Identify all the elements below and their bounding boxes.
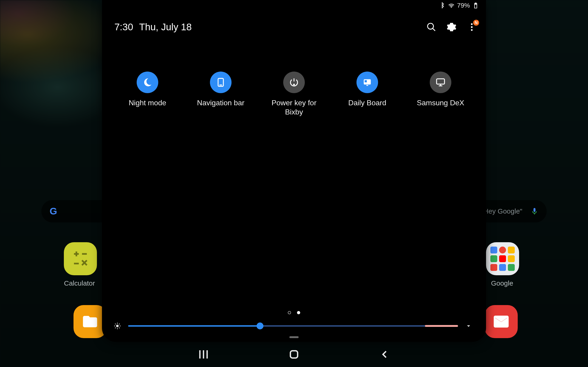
page-dot-0[interactable] — [288, 311, 291, 314]
tile-daily-board[interactable]: Daily Board — [338, 72, 397, 117]
more-button[interactable]: N — [467, 22, 477, 32]
svg-line-24 — [119, 327, 120, 328]
home-button[interactable] — [288, 348, 300, 361]
wifi-icon — [448, 2, 455, 9]
bluetooth-icon — [439, 2, 446, 9]
tile-power-key-bixby[interactable]: Power key for Bixby — [265, 72, 323, 117]
svg-rect-15 — [437, 79, 445, 84]
clock-time: 7:30 — [114, 22, 133, 33]
svg-line-25 — [115, 327, 116, 328]
recents-button[interactable] — [197, 348, 210, 361]
brightness-slider[interactable] — [128, 325, 458, 327]
svg-point-11 — [293, 84, 295, 85]
quick-tiles-row: Night modeNavigation barPower key for Bi… — [118, 72, 470, 117]
battery-percent: 79% — [457, 2, 470, 9]
svg-point-6 — [471, 23, 473, 25]
power-bixby-icon — [283, 72, 305, 93]
tile-night-mode[interactable]: Night mode — [118, 72, 177, 117]
system-nav-bar — [0, 342, 588, 367]
back-button[interactable] — [378, 348, 391, 361]
tile-samsung-dex[interactable]: Samsung DeX — [411, 72, 470, 117]
google-folder-icon[interactable] — [486, 242, 519, 275]
tile-label: Daily Board — [348, 98, 386, 107]
calculator-app-icon[interactable] — [64, 242, 97, 275]
notification-badge: N — [473, 20, 479, 26]
battery-icon — [472, 2, 479, 9]
files-app-icon[interactable] — [73, 305, 107, 338]
tablet-icon — [210, 72, 232, 93]
search-icon[interactable] — [426, 22, 436, 32]
page-dot-1[interactable] — [297, 311, 300, 314]
google-g-icon: G — [50, 206, 57, 217]
tile-label: Samsung DeX — [417, 98, 464, 107]
panel-handle[interactable] — [289, 336, 299, 338]
tile-label: Navigation bar — [197, 98, 244, 107]
gear-icon[interactable] — [447, 22, 457, 32]
svg-rect-30 — [290, 351, 298, 358]
svg-line-23 — [115, 324, 116, 324]
svg-point-8 — [471, 29, 473, 31]
tile-label: Night mode — [129, 98, 166, 107]
tile-navigation-bar[interactable]: Navigation bar — [191, 72, 250, 117]
monitor-icon — [430, 72, 451, 93]
daily-board-icon — [356, 72, 378, 93]
status-bar: 79% — [439, 2, 479, 9]
brightness-slider-warning-zone — [425, 325, 458, 327]
clock-date: Thu, July 18 — [139, 22, 192, 33]
mic-icon[interactable] — [531, 207, 538, 215]
brightness-slider-thumb[interactable] — [257, 323, 263, 329]
svg-rect-13 — [365, 80, 367, 82]
tile-label: Power key for Bixby — [265, 98, 323, 117]
svg-point-7 — [471, 26, 473, 28]
svg-line-26 — [119, 324, 120, 324]
time-date[interactable]: 7:30 Thu, July 18 — [114, 22, 192, 33]
chevron-down-icon[interactable] — [465, 322, 472, 330]
svg-point-18 — [116, 325, 119, 327]
google-folder-label: Google — [479, 279, 525, 287]
gmail-app-icon[interactable] — [485, 305, 518, 338]
svg-rect-14 — [366, 85, 368, 86]
brightness-icon — [113, 322, 121, 330]
brightness-slider-fill — [128, 325, 260, 327]
calculator-label: Calculator — [57, 279, 103, 287]
moon-icon — [137, 72, 158, 93]
page-indicator[interactable] — [288, 311, 300, 314]
quick-settings-panel: 79% 7:30 Thu, July 18 N Night modeNaviga… — [102, 0, 486, 342]
